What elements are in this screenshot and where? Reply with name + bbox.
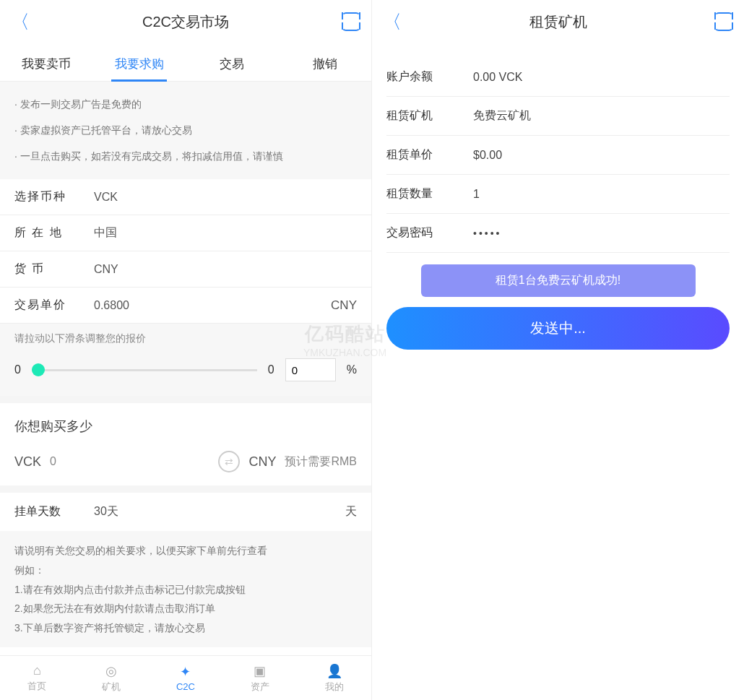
nav-mine[interactable]: 👤我的 [297, 656, 371, 700]
row-currency[interactable]: 选择币种 VCK [0, 179, 371, 215]
notice-line: · 一旦点击购买，如若没有完成交易，将扣减信用值，请谨慎 [14, 148, 357, 165]
row-fiat[interactable]: 货 币 CNY [0, 251, 371, 288]
slider-track[interactable] [32, 369, 257, 371]
nav-c2c[interactable]: ✦C2C [149, 656, 223, 700]
back-icon[interactable]: 〈 [11, 9, 30, 35]
scan-icon[interactable] [714, 12, 733, 31]
instr-line: 请说明有关您交易的相关要求，以便买家下单前先行查看 [14, 541, 357, 561]
instr-line: 2.如果您无法在有效期内付款请点击取消订单 [14, 599, 357, 618]
label: 选择币种 [14, 189, 94, 204]
slider-row: 0 0 % [0, 351, 371, 396]
vck-value[interactable]: 0 [50, 455, 56, 468]
label: 租赁数量 [386, 186, 473, 202]
buy-row: VCK 0 ⇄ CNY 预计需要RMB [0, 444, 371, 485]
user-icon: 👤 [326, 663, 342, 679]
row-balance: 账户余额 0.00 VCK [386, 58, 730, 97]
instr-line: 1.请在有效期内点击付款并点击标记已付款完成按钮 [14, 580, 357, 600]
notice-line: · 发布一则交易广告是免费的 [14, 96, 357, 113]
value: 中国 [94, 225, 357, 241]
value: VCK [94, 191, 357, 204]
nav-miner[interactable]: ◎矿机 [74, 656, 149, 700]
value: CNY [94, 263, 357, 276]
label: 租赁矿机 [386, 108, 473, 124]
label: 所 在 地 [14, 225, 94, 241]
value: 0.6800 [94, 299, 331, 312]
slider-min: 0 [14, 363, 21, 376]
home-icon: ⌂ [33, 663, 41, 678]
scan-icon[interactable] [342, 12, 360, 31]
rmb-estimate: 预计需要RMB [285, 454, 357, 470]
notice-line: · 卖家虚拟资产已托管平台，请放心交易 [14, 122, 357, 139]
tab-trade[interactable]: 交易 [186, 47, 279, 81]
tab-cancel[interactable]: 撤销 [279, 47, 372, 81]
label: 账户余额 [386, 69, 473, 85]
row-location[interactable]: 所 在 地 中国 [0, 215, 371, 251]
days-unit: 天 [345, 504, 357, 519]
swap-icon[interactable]: ⇄ [218, 451, 240, 472]
c2c-icon: ✦ [180, 664, 191, 680]
page-title: C2C交易市场 [30, 12, 342, 32]
row-price[interactable]: 交易单价 0.6800 CNY [0, 288, 371, 324]
buy-title: 你想购买多少 [0, 396, 371, 444]
nav-assets[interactable]: ▣资产 [222, 656, 297, 700]
row-price: 租赁单价 $0.00 [386, 136, 730, 175]
submit-button[interactable]: 发送中... [386, 307, 730, 350]
row-quantity[interactable]: 租赁数量 1 [386, 175, 730, 214]
left-header: 〈 C2C交易市场 [0, 0, 371, 43]
label: 货 币 [14, 262, 94, 277]
value: $0.00 [473, 149, 730, 162]
nav-home[interactable]: ⌂首页 [0, 656, 74, 700]
days-row[interactable]: 挂单天数 30天 天 [0, 493, 371, 531]
instr-line: 例如： [14, 561, 357, 580]
tab-sell[interactable]: 我要卖币 [0, 47, 93, 81]
page-title: 租赁矿机 [402, 12, 714, 32]
label: 租赁单价 [386, 147, 473, 163]
assets-icon: ▣ [254, 663, 266, 679]
instr-line: 3.下单后数字资产将托管锁定，请放心交易 [14, 618, 357, 638]
right-header: 〈 租赁矿机 [372, 0, 744, 43]
notice-block: · 发布一则交易广告是免费的 · 卖家虚拟资产已托管平台，请放心交易 · 一旦点… [0, 82, 371, 179]
value: 0.00 VCK [473, 71, 730, 84]
suffix: CNY [331, 298, 357, 313]
right-form: 账户余额 0.00 VCK 租赁矿机 免费云矿机 租赁单价 $0.00 租赁数量… [372, 43, 744, 700]
vck-label: VCK [14, 454, 41, 470]
password-field[interactable]: ••••• [473, 228, 730, 239]
percent-suffix: % [347, 363, 357, 376]
bottom-nav: ⌂首页 ◎矿机 ✦C2C ▣资产 👤我的 [0, 655, 371, 700]
value: 免费云矿机 [473, 108, 730, 124]
cny-label: CNY [248, 454, 276, 470]
form-section: 选择币种 VCK 所 在 地 中国 货 币 CNY 交易单价 0.6800 CN… [0, 179, 371, 324]
days-value: 30天 [94, 504, 345, 519]
success-toast: 租赁1台免费云矿机成功! [421, 264, 696, 297]
row-password[interactable]: 交易密码 ••••• [386, 214, 730, 253]
miner-icon: ◎ [105, 663, 117, 679]
days-label: 挂单天数 [14, 504, 94, 519]
tab-buy[interactable]: 我要求购 [93, 47, 186, 81]
label: 交易密码 [386, 225, 473, 241]
slider-hint: 请拉动以下滑条调整您的报价 [0, 324, 371, 351]
percent-input[interactable] [285, 358, 336, 381]
slider-thumb[interactable] [32, 363, 45, 376]
label: 交易单价 [14, 298, 94, 313]
back-icon[interactable]: 〈 [383, 9, 402, 35]
value: 1 [473, 188, 730, 201]
row-machine[interactable]: 租赁矿机 免费云矿机 [386, 97, 730, 136]
slider-max: 0 [268, 363, 274, 376]
tabs: 我要卖币 我要求购 交易 撤销 [0, 43, 371, 82]
instructions: 请说明有关您交易的相关要求，以便买家下单前先行查看 例如： 1.请在有效期内点击… [0, 531, 371, 647]
